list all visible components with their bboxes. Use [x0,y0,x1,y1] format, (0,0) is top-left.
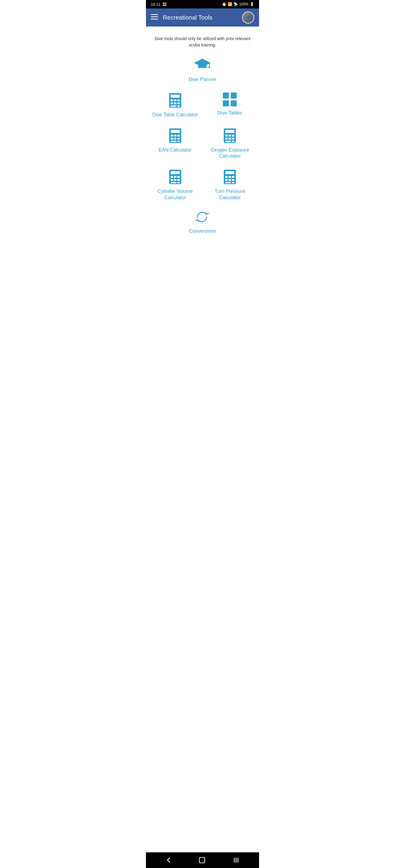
alarm-icon: ⏰ [222,2,227,6]
svg-rect-39 [225,141,231,142]
svg-rect-48 [177,179,180,181]
oxygen-exposure-calculator-button[interactable]: Oxygen Exposure Calculator [206,127,255,160]
tools-grid: Dive Table Calculator Dive Tables [151,92,254,201]
dive-planner-label: Dive Planner [189,76,216,83]
main-content: Dive tools should only be utilized with … [146,27,259,852]
calculator-icon-3 [223,127,237,144]
svg-rect-43 [171,176,173,178]
battery-icon: 🔋 [250,2,254,6]
svg-rect-44 [174,176,176,178]
hamburger-menu-button[interactable] [151,13,158,22]
svg-rect-40 [232,141,234,142]
status-icons-area: ⏰ 📶 📡 100% 🔋 [222,2,254,6]
svg-rect-53 [225,176,228,178]
svg-rect-36 [225,138,228,140]
oxygen-exposure-calculator-label: Oxygen Exposure Calculator [206,147,255,160]
svg-rect-30 [177,141,180,142]
svg-rect-28 [177,138,180,140]
svg-rect-10 [174,99,176,101]
svg-rect-15 [171,105,176,107]
svg-rect-35 [232,135,234,136]
svg-rect-32 [225,130,234,133]
svg-rect-45 [177,176,180,178]
svg-rect-4 [198,64,207,68]
home-button[interactable] [193,855,211,866]
turn-pressure-calculator-label: Turn Pressure Calculator [206,188,255,201]
svg-rect-17 [223,93,229,98]
svg-rect-0 [151,14,158,15]
svg-rect-8 [171,95,180,98]
ean-calculator-button[interactable]: EAN Calculator [151,127,200,160]
cylinder-volume-calculator-label: Cylinder Volume Calculator [151,188,200,201]
avatar-image: 👤 [243,12,254,23]
svg-rect-34 [229,135,231,136]
disclaimer-text: Dive tools should only be utilized with … [151,36,254,48]
status-time-area: 16:11 🖼 [151,2,167,7]
calculator-icon-4 [168,168,182,185]
svg-rect-18 [231,93,237,98]
svg-rect-50 [177,182,180,183]
svg-rect-11 [177,99,180,101]
svg-rect-25 [177,135,180,136]
svg-rect-14 [177,102,180,104]
svg-rect-58 [232,179,234,181]
svg-rect-54 [229,176,231,178]
svg-rect-47 [174,179,176,181]
calculator-icon-2 [168,127,182,144]
back-button[interactable] [160,855,178,866]
calculator-icon-1 [168,92,182,109]
cylinder-volume-calculator-button[interactable]: Cylinder Volume Calculator [151,168,200,201]
svg-rect-27 [174,138,176,140]
svg-rect-26 [171,138,173,140]
sync-icon [195,210,210,225]
dive-tables-button[interactable]: Dive Tables [206,92,255,118]
svg-rect-29 [171,141,176,142]
svg-rect-20 [231,100,237,106]
recents-button[interactable] [227,855,245,866]
app-bar: Recreational Tools 👤 [146,8,259,27]
page-title: Recreational Tools [163,14,237,21]
dive-planner-button[interactable]: Dive Planner [189,57,216,83]
wifi-icon: 📶 [228,2,232,6]
gallery-icon: 🖼 [163,2,167,7]
svg-rect-61 [199,858,205,863]
signal-icon: 📡 [233,2,238,6]
dive-tables-label: Dive Tables [218,110,242,116]
svg-rect-19 [223,100,229,106]
svg-point-6 [209,67,210,68]
ean-calculator-label: EAN Calculator [158,147,192,153]
conversions-label: Conversions [189,228,216,235]
conversions-button[interactable]: Conversions [189,210,216,235]
svg-rect-37 [229,138,231,140]
svg-rect-23 [171,135,173,136]
battery-text: 100% [239,2,249,6]
svg-rect-1 [151,17,158,18]
svg-rect-56 [225,179,228,181]
svg-rect-60 [232,182,234,183]
svg-rect-2 [151,19,158,20]
svg-rect-57 [229,179,231,181]
graduation-cap-icon [194,57,211,74]
turn-pressure-calculator-button[interactable]: Turn Pressure Calculator [206,168,255,201]
svg-rect-42 [171,171,180,174]
svg-rect-59 [225,182,231,183]
svg-rect-49 [171,182,176,183]
svg-rect-12 [171,102,173,104]
grid-icon [222,92,237,107]
svg-rect-38 [232,138,234,140]
svg-rect-16 [177,105,180,107]
avatar[interactable]: 👤 [242,11,254,24]
dive-table-calculator-button[interactable]: Dive Table Calculator [151,92,200,118]
dive-table-calculator-label: Dive Table Calculator [152,112,198,118]
svg-rect-52 [225,171,234,174]
svg-rect-22 [171,130,180,133]
svg-rect-9 [171,99,173,101]
svg-rect-46 [171,179,173,181]
status-time: 16:11 [151,2,161,7]
status-bar: 16:11 🖼 ⏰ 📶 📡 100% 🔋 [146,0,259,8]
svg-rect-55 [232,176,234,178]
svg-rect-13 [174,102,176,104]
calculator-icon-5 [223,168,237,185]
svg-rect-33 [225,135,228,136]
bottom-navigation-bar [146,852,259,868]
